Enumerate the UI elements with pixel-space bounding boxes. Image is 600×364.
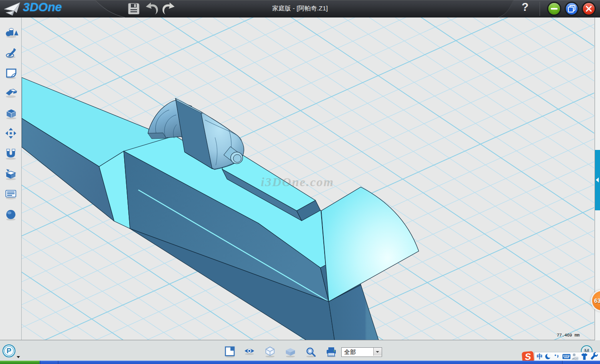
svg-text:14: 14 — [575, 357, 578, 360]
